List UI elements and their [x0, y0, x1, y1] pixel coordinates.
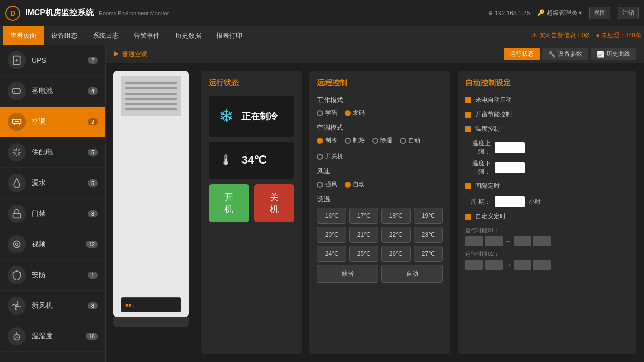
checkbox-sq — [465, 112, 471, 118]
nav-history[interactable]: 历史数据 — [168, 26, 209, 45]
sidebar-item-ventilator[interactable]: 新风机 8 — [0, 291, 105, 321]
option-custom-timer[interactable]: 自定义定时 — [465, 212, 629, 221]
ac-mode-cool[interactable]: 制冷 — [317, 136, 337, 145]
status-panel: 运行状态 ❄ 正在制冷 🌡 34℃ 开机 关机 — [201, 71, 302, 354]
snowflake-icon: ❄ — [219, 106, 234, 127]
battery-icon — [8, 82, 26, 100]
checkbox-sq — [465, 126, 471, 132]
temp-21[interactable]: 21℃ — [349, 227, 378, 243]
leak-icon — [8, 174, 26, 192]
time-period1-label: 运行时段01： — [465, 227, 629, 234]
time-period1-inputs: → — [465, 236, 629, 246]
temp-27[interactable]: 27℃ — [414, 246, 443, 262]
vent-line — [125, 103, 177, 105]
sidebar-item-video[interactable]: 视频 12 — [0, 229, 105, 260]
main-area: UPS 2 蓄电池 4 空调 2 供配电 5 — [0, 45, 644, 362]
ac-mode-onoff[interactable]: 开关机 — [317, 152, 343, 161]
ac-mode-group: 制冷 制热 除湿 自动 — [317, 136, 443, 161]
sidebar-item-ups[interactable]: UPS 2 — [0, 45, 105, 76]
ac-mode-auto[interactable]: 自动 — [400, 136, 420, 145]
power-on-button[interactable]: 开机 — [209, 184, 249, 222]
vent-line — [125, 93, 177, 95]
power-off-button[interactable]: 关机 — [254, 184, 294, 222]
run-status-btn[interactable]: 运行状态 — [504, 48, 540, 60]
nav-syslog[interactable]: 系统日志 — [85, 26, 126, 45]
device-params-btn[interactable]: 🔧 设备参数 — [542, 48, 588, 60]
period1-mm1[interactable] — [485, 236, 503, 246]
period2-hh2[interactable] — [514, 260, 531, 270]
logout-btn[interactable]: 注销 — [618, 7, 639, 19]
option-temp-ctrl[interactable]: 温度控制 — [465, 125, 629, 133]
ac-display: ■■ : — [121, 297, 181, 312]
option-interval-timer-label: 间隔定时 — [475, 182, 500, 190]
cooling-status-box: ❄ 正在制冷 — [209, 96, 294, 137]
temp-24[interactable]: 24℃ — [317, 246, 346, 262]
sidebar-item-humidity[interactable]: 温湿度 16 — [0, 321, 105, 352]
option-power-on[interactable]: 来电自动启动 — [465, 96, 629, 104]
temp-upper-input[interactable] — [495, 142, 525, 153]
sidebar-item-access[interactable]: 门禁 8 — [0, 199, 105, 229]
leak-count: 5 — [88, 179, 98, 187]
sidebar-item-ac[interactable]: 空调 2 — [0, 107, 105, 137]
work-mode-group: 学码 发码 — [317, 109, 443, 117]
ac-label: 空调 — [32, 117, 88, 126]
ac-mode-heat-label: 制热 — [353, 136, 365, 145]
sidebar-item-battery[interactable]: 蓄电池 4 — [0, 76, 105, 107]
temp-19[interactable]: 19℃ — [414, 208, 443, 224]
period-input[interactable] — [495, 196, 525, 207]
temp-18[interactable]: 18℃ — [381, 208, 411, 224]
wind-strong[interactable]: 强风 — [317, 180, 337, 189]
nav-view[interactable]: 查看页面 — [3, 26, 44, 45]
nav-alert[interactable]: 告警事件 — [126, 26, 168, 45]
period1-hh1[interactable] — [465, 236, 483, 246]
humidity-icon — [8, 327, 26, 345]
ac-mode-dehumid[interactable]: 除湿 — [372, 136, 392, 145]
svg-point-13 — [16, 243, 18, 246]
temp-auto[interactable]: 自动 — [381, 265, 443, 283]
option-temp-ctrl-label: 温度控制 — [475, 125, 500, 133]
history-curve-btn[interactable]: 📈 历史曲线 — [591, 48, 636, 60]
period2-hh1[interactable] — [465, 260, 483, 270]
period2-mm1[interactable] — [485, 260, 503, 270]
option-window[interactable]: 开窗节能控制 — [465, 110, 629, 119]
option-interval-timer[interactable]: 间隔定时 — [465, 182, 629, 190]
period2-mm2[interactable] — [533, 260, 551, 270]
period1-hh2[interactable] — [514, 236, 531, 246]
temp-upper-label: 温度上限： — [465, 139, 491, 156]
temp-default[interactable]: 缺省 — [317, 265, 378, 283]
sidebar-item-leak[interactable]: 漏水 5 — [0, 168, 105, 199]
work-mode-send[interactable]: 发码 — [345, 109, 365, 117]
radio-dot-active — [345, 110, 351, 116]
temp-16[interactable]: 16℃ — [317, 208, 346, 224]
temp-20[interactable]: 20℃ — [317, 227, 346, 243]
temp-25[interactable]: 25℃ — [349, 246, 378, 262]
logo-icon: D — [5, 6, 20, 21]
power-buttons: 开机 关机 — [209, 184, 294, 222]
sidebar-item-security[interactable]: 安防 1 — [0, 260, 105, 291]
nav-report[interactable]: 报表打印 — [209, 26, 250, 45]
vent-line — [125, 108, 177, 110]
wind-auto[interactable]: 自动 — [345, 180, 365, 189]
ac-mode-dehumid-label: 除湿 — [380, 136, 392, 145]
period1-mm2[interactable] — [533, 236, 551, 246]
temp-upper-row: 温度上限： — [465, 139, 629, 156]
remote-panel-title: 远程控制 — [317, 78, 443, 88]
ups-icon — [8, 51, 26, 69]
toolbar: 运行状态 🔧 设备参数 📈 历史曲线 — [504, 48, 636, 60]
power-icon — [8, 143, 26, 161]
header: D IMCP机房监控系统 Rooms Environment Monitor 🖥… — [0, 0, 644, 26]
access-label: 门禁 — [32, 209, 88, 218]
temp-lower-input[interactable] — [495, 162, 525, 173]
ac-mode-heat[interactable]: 制热 — [345, 136, 365, 145]
power-label: 供配电 — [32, 148, 88, 157]
temp-17[interactable]: 17℃ — [349, 208, 378, 224]
temp-23[interactable]: 23℃ — [414, 227, 443, 243]
security-label: 安防 — [32, 270, 88, 280]
logo-text: D — [10, 9, 15, 17]
temp-26[interactable]: 26℃ — [381, 246, 411, 262]
nav-device[interactable]: 设备组态 — [44, 26, 85, 45]
settings-btn[interactable]: 视图 — [589, 7, 610, 19]
work-mode-code[interactable]: 学码 — [317, 109, 337, 117]
sidebar-item-power[interactable]: 供配电 5 — [0, 137, 105, 168]
temp-22[interactable]: 22℃ — [381, 227, 411, 243]
